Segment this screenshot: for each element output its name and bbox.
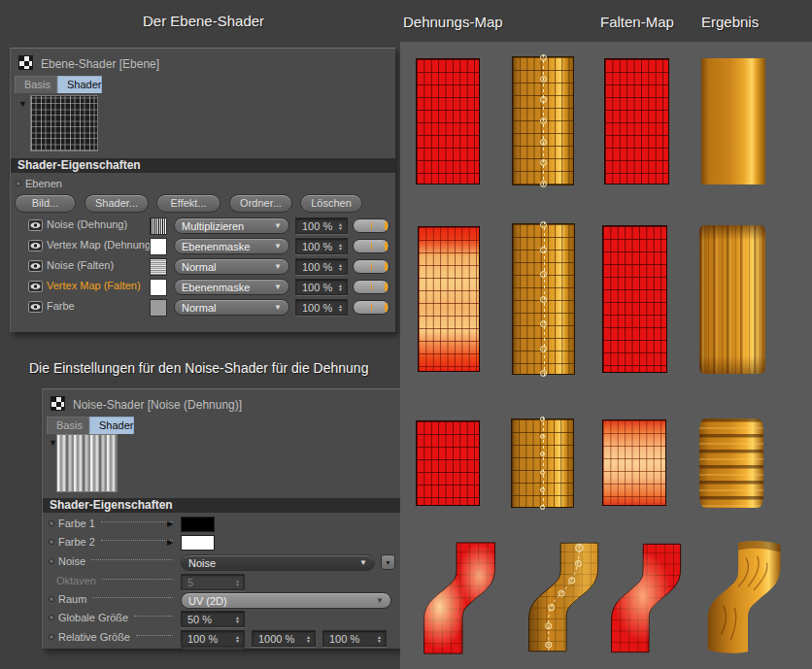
preview-r1-dehnungs-map-flat — [416, 58, 480, 184]
panel-title: Noise-Shader [Noise (Dehnung)] — [73, 398, 242, 412]
heading-dehnungs-map: Dehnungs-Map — [403, 14, 503, 30]
shader-button[interactable]: Shader... — [85, 194, 149, 213]
preview-area — [400, 42, 812, 669]
noise-preset-button[interactable]: ▼ — [381, 554, 395, 570]
opacity-spinner[interactable]: 100 %▲▼ — [295, 258, 348, 275]
opacity-spinner[interactable]: 100 %▲▼ — [295, 238, 348, 254]
blend-mode-dropdown[interactable]: Multiplizieren▼ — [174, 217, 289, 234]
spin-arrows-icon[interactable]: ▲▼ — [306, 635, 311, 643]
color-swatch-black[interactable] — [181, 517, 215, 532]
tab-shader[interactable]: Shader — [89, 417, 134, 434]
spin-arrows-icon[interactable]: ▲▼ — [235, 635, 240, 643]
eye-visibility-icon[interactable] — [28, 260, 43, 272]
spin-arrows-icon[interactable]: ▲▼ — [235, 616, 240, 623]
ebenen-label: Ebenen — [25, 178, 62, 189]
param-dot-icon — [49, 539, 54, 545]
preview-r2-dehnungs-map-gradient — [418, 226, 480, 372]
dotted-leader — [101, 521, 173, 522]
tab-shader[interactable]: Shader — [57, 76, 102, 93]
opacity-slider[interactable] — [353, 300, 389, 315]
param-dot-icon — [49, 596, 54, 602]
opacity-slider[interactable] — [353, 239, 389, 253]
preview-r2-falten-map-flat — [602, 225, 667, 373]
cropped-control — [181, 646, 245, 650]
layer-name[interactable]: Vertex Map (Dehnung) — [47, 239, 154, 251]
noise-shader-panel: Noise-Shader [Noise (Dehnung)] Basis Sha… — [42, 388, 400, 649]
eye-visibility-icon[interactable] — [28, 301, 43, 313]
opacity-slider[interactable] — [353, 218, 389, 233]
expand-arrow-icon[interactable]: ▶ — [167, 538, 173, 547]
dotted-leader — [136, 635, 173, 636]
heading-layer-shader: Der Ebene-Shader — [143, 13, 264, 29]
blend-mode-dropdown[interactable]: Ebenenmaske▼ — [174, 279, 289, 295]
blend-mode-dropdown[interactable]: Normal▼ — [174, 258, 289, 275]
ebenen-group: Ebenen — [16, 178, 62, 189]
preview-r2-cylinder-vertexmap — [512, 223, 575, 375]
layer-name[interactable]: Noise (Falten) — [47, 259, 114, 271]
relative-groesse-z-spinner[interactable]: 100 %▲▼ — [322, 630, 387, 647]
preview-r1-cylinder-vertexmap — [512, 56, 574, 185]
spin-arrows-icon[interactable]: ▲▼ — [338, 243, 343, 251]
opacity-slider[interactable] — [353, 280, 389, 294]
heading-ergebnis: Ergebnis — [701, 14, 759, 30]
layer-thumbnail[interactable] — [150, 299, 167, 317]
oktaven-spinner: 5▲▼ — [181, 574, 245, 590]
loeschen-button[interactable]: Löschen — [300, 194, 362, 213]
effekt-button[interactable]: Effekt... — [156, 194, 220, 213]
opacity-slider[interactable] — [353, 259, 389, 274]
layer-name[interactable]: Farbe — [47, 300, 75, 312]
layer-row-selected: Vertex Map (Falten) Ebenenmaske▼ 100 %▲▼ — [11, 279, 395, 298]
collapse-triangle-icon[interactable]: ▼ — [18, 99, 27, 109]
spline-control-points — [538, 417, 548, 510]
relative-groesse-y-spinner[interactable]: 1000 %▲▼ — [252, 630, 316, 647]
layer-name[interactable]: Noise (Dehnung) — [47, 218, 127, 230]
blend-mode-dropdown[interactable]: Normal▼ — [174, 299, 289, 316]
spin-arrows-icon[interactable]: ▲▼ — [338, 304, 343, 312]
color-swatch-white[interactable] — [181, 535, 215, 551]
dotted-leader — [101, 540, 173, 541]
chevron-down-icon: ▼ — [274, 283, 282, 291]
layer-thumbnail[interactable] — [150, 258, 167, 276]
param-dot-icon — [16, 181, 21, 186]
blend-mode-dropdown[interactable]: Ebenenmaske▼ — [174, 238, 289, 254]
preview-r3-cylinder-vertexmap — [511, 418, 574, 508]
expand-arrow-icon[interactable]: ▶ — [167, 519, 173, 528]
eye-visibility-icon[interactable] — [28, 219, 43, 231]
tab-basis[interactable]: Basis — [47, 417, 89, 434]
param-dot-icon — [49, 520, 54, 526]
preview-r2-ergebnis-wrinkled — [699, 225, 765, 374]
eye-visibility-icon[interactable] — [28, 240, 43, 251]
ordner-button[interactable]: Ordner... — [229, 194, 292, 213]
opacity-spinner[interactable]: 100 %▲▼ — [295, 279, 348, 295]
preview-r3-ergebnis-wrinkled — [699, 418, 763, 508]
raum-dropdown[interactable]: UV (2D)▼ — [181, 592, 391, 609]
heading-falten-map: Falten-Map — [600, 14, 674, 30]
dotted-leader — [91, 559, 173, 560]
opacity-spinner[interactable]: 100 %▲▼ — [295, 217, 348, 234]
app-window: Der Ebene-Shader Dehnungs-Map Falten-Map… — [0, 0, 812, 669]
globale-groesse-spinner[interactable]: 50 %▲▼ — [181, 611, 245, 627]
layer-thumbnail[interactable] — [150, 217, 167, 235]
param-dot-icon — [49, 558, 54, 564]
ebene-shader-panel: Ebene-Shader [Ebene] Basis Shader ▼ Shad… — [10, 48, 395, 332]
layer-thumbnail[interactable] — [150, 238, 167, 255]
dotted-leader — [134, 616, 173, 617]
chevron-down-icon: ▼ — [376, 596, 384, 605]
relative-groesse-x-spinner[interactable]: 100 %▲▼ — [181, 630, 245, 647]
layer-shader-preview[interactable] — [30, 95, 98, 151]
spin-arrows-icon[interactable]: ▲▼ — [377, 635, 382, 643]
opacity-spinner[interactable]: 100 %▲▼ — [295, 299, 348, 316]
layer-thumbnail[interactable] — [150, 279, 167, 296]
eye-visibility-icon[interactable] — [28, 281, 43, 292]
chevron-down-icon: ▼ — [274, 303, 282, 312]
bild-button[interactable]: Bild... — [15, 194, 76, 213]
param-row-raum: Raum UV (2D)▼ — [43, 592, 400, 610]
noise-type-dropdown[interactable]: Noise▼ — [181, 554, 375, 571]
spin-arrows-icon[interactable]: ▲▼ — [338, 222, 343, 230]
layer-row: Farbe Normal▼ 100 %▲▼ — [11, 299, 395, 318]
noise-shader-preview[interactable] — [56, 434, 118, 492]
spin-arrows-icon[interactable]: ▲▼ — [338, 284, 343, 291]
layer-name[interactable]: Vertex Map (Falten) — [47, 280, 141, 291]
tab-basis[interactable]: Basis — [15, 76, 57, 93]
spin-arrows-icon[interactable]: ▲▼ — [338, 263, 343, 271]
